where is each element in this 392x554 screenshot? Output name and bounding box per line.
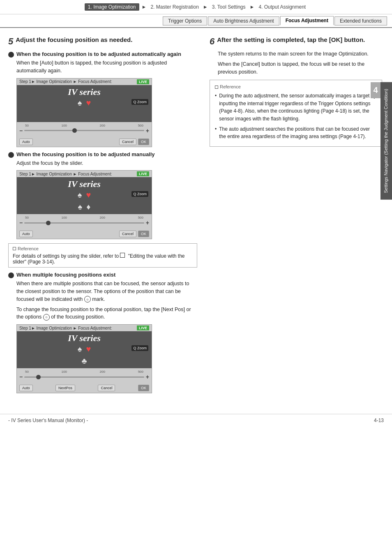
nav-arrow-2: ► xyxy=(203,4,208,10)
screen1-slider-row: − + xyxy=(19,127,149,134)
symbol-heart1: ♥ xyxy=(86,98,91,108)
screen2-brand: IV series xyxy=(68,179,101,189)
tab-focus[interactable]: Focus Adjustment xyxy=(280,16,334,25)
sidebar-number: 4 xyxy=(371,82,380,98)
bullet-1 xyxy=(8,52,14,58)
step1-nav[interactable]: 1. Image Optimization xyxy=(85,3,139,11)
tab-trigger[interactable]: Trigger Options xyxy=(163,16,207,25)
screen2-title-text: Step 1► Image Optimization ► Focus Adjus… xyxy=(19,172,112,176)
zoom-button1[interactable]: Q Zoom xyxy=(131,99,148,105)
screen3-nextpos-btn[interactable]: NextPos xyxy=(55,385,75,391)
screen2-slider-track[interactable] xyxy=(24,222,144,224)
step2-nav[interactable]: 2. Master Registration xyxy=(149,3,200,11)
tab-auto-brightness[interactable]: Auto Brightness Adjustment xyxy=(208,16,279,25)
reference-label-right: Reference xyxy=(215,83,377,90)
step4-nav[interactable]: 4. Output Assignment xyxy=(257,3,307,11)
ref1-text: During the auto adjustment, the sensor a… xyxy=(219,92,377,122)
book-icon xyxy=(120,253,127,259)
step5-number: 5 xyxy=(8,36,13,47)
screen3-body: IV series ♠ ♥ Q Zoom ♣ xyxy=(17,331,152,368)
screen3-zoom: Q Zoom xyxy=(131,345,148,350)
step6-title: After the setting is completed, tap the … xyxy=(217,36,365,43)
screen3-ok-btn[interactable]: OK xyxy=(138,385,149,391)
screen3-mockup: Step 1► Image Optimization ► Focus Adjus… xyxy=(16,324,152,393)
sub3-body2-end: of the focusing position. xyxy=(51,314,105,320)
sub2-title: When the focusing position is to be adju… xyxy=(16,151,155,157)
screen2-symbols-extra: ♠ ♦ xyxy=(78,202,91,212)
screen2-symbols: ♠ ♥ xyxy=(78,190,91,200)
screen1-slider-marks: 50 100 200 500 xyxy=(19,124,149,127)
screen2-auto-btn[interactable]: Auto xyxy=(19,231,33,237)
screen3-btn-row: Auto NextPos Cancel OK xyxy=(17,383,152,393)
screen1-plus[interactable]: + xyxy=(146,127,149,134)
screen3-symbols: ♠ ♥ xyxy=(78,344,91,354)
sub1-title: When the focusing position is to be adju… xyxy=(16,51,181,57)
right-column: 6 After the setting is completed, tap th… xyxy=(205,36,382,397)
sub3-mark: ○ xyxy=(84,296,91,302)
nav-arrow-3: ► xyxy=(250,4,255,10)
screen1-zoom: Q Zoom xyxy=(131,99,148,104)
screen3-symbols-extra: ♣ xyxy=(81,356,87,366)
screen1-title-bar: Step 1► Image Optimization ► Focus Adjus… xyxy=(17,78,152,85)
sub3-body1: When there are multiple positions that c… xyxy=(8,280,197,303)
ref2-text: The auto adjustment searches the positio… xyxy=(219,125,377,141)
screen1-live-badge: LIVE xyxy=(137,79,149,84)
page-number: 4-13 xyxy=(374,418,384,423)
ref-bullet-1: During the auto adjustment, the sensor a… xyxy=(215,92,377,122)
screen1-cancel-btn[interactable]: Cancel xyxy=(119,138,136,145)
sub2-body: Adjust the focus by the slider. xyxy=(8,159,197,167)
symbol-spade3b: ♣ xyxy=(81,356,87,366)
zoom-button2[interactable]: Q Zoom xyxy=(131,191,148,197)
screen3-slider-row: − + xyxy=(19,374,149,380)
reference-text1: For details of settings by using the sli… xyxy=(13,253,119,259)
symbol-spade1: ♠ xyxy=(78,98,82,108)
screen1-minus[interactable]: − xyxy=(19,127,23,134)
ref-bullet-2: The auto adjustment searches the positio… xyxy=(215,125,377,141)
screen3-brand: IV series xyxy=(68,333,101,344)
screen1-slider-area: 50 100 200 500 − + xyxy=(17,122,152,137)
screen3-auto-btn[interactable]: Auto xyxy=(19,385,33,391)
zoom-button3[interactable]: Q Zoom xyxy=(131,345,148,351)
symbol-heart2: ♥ xyxy=(86,190,91,200)
sub3-mark2: ○ xyxy=(43,314,50,321)
screen2-minus[interactable]: − xyxy=(19,219,23,226)
screen2-cancel-btn[interactable]: Cancel xyxy=(119,231,136,237)
screen1-auto-btn[interactable]: Auto xyxy=(19,138,33,145)
symbol-spade2: ♠ xyxy=(78,190,82,200)
screen2-slider-area: 50 100 200 500 − + xyxy=(17,214,152,229)
sub1-body: When the [Auto] button is tapped, the fo… xyxy=(8,59,197,75)
sub3-body1-end: mark. xyxy=(92,296,105,302)
screen3-plus[interactable]: + xyxy=(146,374,149,380)
sub3-body2: To change the focusing position to the o… xyxy=(8,306,197,321)
screen2-plus[interactable]: + xyxy=(146,219,149,226)
breadcrumb: 1. Image Optimization ► 2. Master Regist… xyxy=(0,0,392,14)
bullet-2 xyxy=(8,152,14,158)
left-column: 5 Adjust the focusing position as needed… xyxy=(8,36,205,397)
screen1-symbols: ♠ ♥ xyxy=(78,98,91,108)
screen3-slider-area: 50 100 200 500 − + xyxy=(17,368,152,383)
sidebar-label: Settings Navigator (Setting the Judgment… xyxy=(380,82,392,200)
step3-nav[interactable]: 3. Tool Settings xyxy=(210,3,247,11)
screen3-live-badge: LIVE xyxy=(137,325,149,330)
screen1-brand: IV series xyxy=(68,87,101,97)
screen3-slider-track[interactable] xyxy=(24,376,144,378)
screen1-slider-track[interactable] xyxy=(24,130,144,131)
screen3-cancel-btn[interactable]: Cancel xyxy=(98,385,115,391)
step6-heading: 6 After the setting is completed, tap th… xyxy=(210,36,382,47)
screen3-title-text: Step 1► Image Optimization ► Focus Adjus… xyxy=(19,326,112,330)
screen2-ok-btn[interactable]: OK xyxy=(138,231,149,237)
screen2-title-bar: Step 1► Image Optimization ► Focus Adjus… xyxy=(17,171,152,177)
footer: - IV Series User's Manual (Monitor) - 4-… xyxy=(0,414,392,427)
screen3-minus[interactable]: − xyxy=(19,374,23,380)
symbol-spade3: ♠ xyxy=(78,344,82,354)
screen1-ok-btn[interactable]: OK xyxy=(138,138,149,145)
symbol-heart2b: ♦ xyxy=(86,202,90,212)
tab-extended[interactable]: Extended functions xyxy=(334,16,387,25)
screen3-slider-marks: 50 100 200 500 xyxy=(19,370,149,374)
nav-arrow-1: ► xyxy=(142,4,147,10)
screen2-btn-row: Auto Cancel OK xyxy=(17,229,152,239)
step6-body2: When the [Cancel] button is tapped, the … xyxy=(210,60,382,76)
screen2-slider-row: − + xyxy=(19,219,149,226)
reference-box-1: Reference For details of settings by usi… xyxy=(8,243,197,268)
tab-bar: Trigger Options Auto Brightness Adjustme… xyxy=(0,14,392,28)
